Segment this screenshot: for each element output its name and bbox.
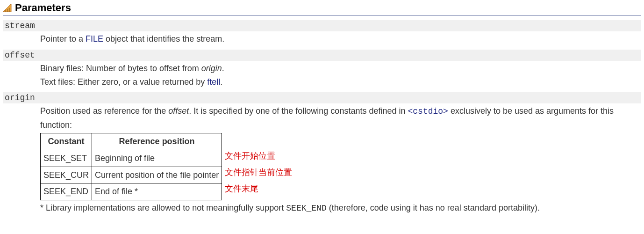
header-constant: Constant xyxy=(41,133,92,150)
cstdio-link[interactable]: <cstdio> xyxy=(408,107,448,116)
constants-table: Constant Reference position SEEK_SET Beg… xyxy=(40,133,222,200)
table-row: SEEK_CUR Current position of the file po… xyxy=(41,167,222,183)
footnote-text: (therefore, code using it has no real st… xyxy=(327,203,540,212)
cell-refpos: Current position of the file pointer xyxy=(92,167,222,183)
ruler-icon xyxy=(3,3,12,13)
text: Text files: Either zero, or a value retu… xyxy=(40,77,207,87)
text: Binary files: Number of bytes to offset … xyxy=(40,64,201,73)
annotation: 文件开始位置 xyxy=(225,148,292,164)
param-term-origin: origin xyxy=(3,92,641,103)
origin-word: origin xyxy=(201,64,222,73)
table-and-annotations: Constant Reference position SEEK_SET Beg… xyxy=(40,132,641,201)
section-heading: Parameters xyxy=(3,2,641,15)
cell-constant: SEEK_SET xyxy=(41,150,92,167)
param-desc-stream: Pointer to a FILE object that identifies… xyxy=(40,31,641,46)
param-term-offset: offset xyxy=(3,50,641,61)
cell-constant: SEEK_END xyxy=(41,183,92,200)
table-row: SEEK_SET Beginning of file xyxy=(41,150,222,167)
cell-refpos: Beginning of file xyxy=(92,150,222,167)
text: . xyxy=(222,64,224,73)
text: object that identifies the stream. xyxy=(103,34,224,44)
text: . xyxy=(220,77,222,87)
ftell-link[interactable]: ftell xyxy=(207,77,220,87)
text: Position used as reference for the xyxy=(40,106,168,116)
cell-constant: SEEK_CUR xyxy=(41,167,92,183)
seek-end-code: SEEK_END xyxy=(286,204,326,213)
parameter-list: stream Pointer to a FILE object that ide… xyxy=(3,20,641,215)
section-title: Parameters xyxy=(15,2,71,14)
header-refpos: Reference position xyxy=(92,133,222,150)
table-row: SEEK_END End of file * xyxy=(41,183,222,200)
offset-word: offset xyxy=(168,106,189,116)
param-term-stream: stream xyxy=(3,20,641,31)
annotation: 文件末尾 xyxy=(225,181,292,197)
cell-refpos: End of file * xyxy=(92,183,222,200)
table-header-row: Constant Reference position xyxy=(41,133,222,150)
text: Pointer to a xyxy=(40,34,86,44)
annotation: 文件指针当前位置 xyxy=(225,164,292,181)
text: . It is specified by one of the followin… xyxy=(189,106,408,116)
annotation-column: 文件开始位置 文件指针当前位置 文件末尾 xyxy=(225,132,292,197)
param-desc-origin: Position used as reference for the offse… xyxy=(40,103,641,215)
footnote-text: * Library implementations are allowed to… xyxy=(40,203,286,212)
param-desc-offset: Binary files: Number of bytes to offset … xyxy=(40,61,641,89)
file-link[interactable]: FILE xyxy=(86,34,103,44)
